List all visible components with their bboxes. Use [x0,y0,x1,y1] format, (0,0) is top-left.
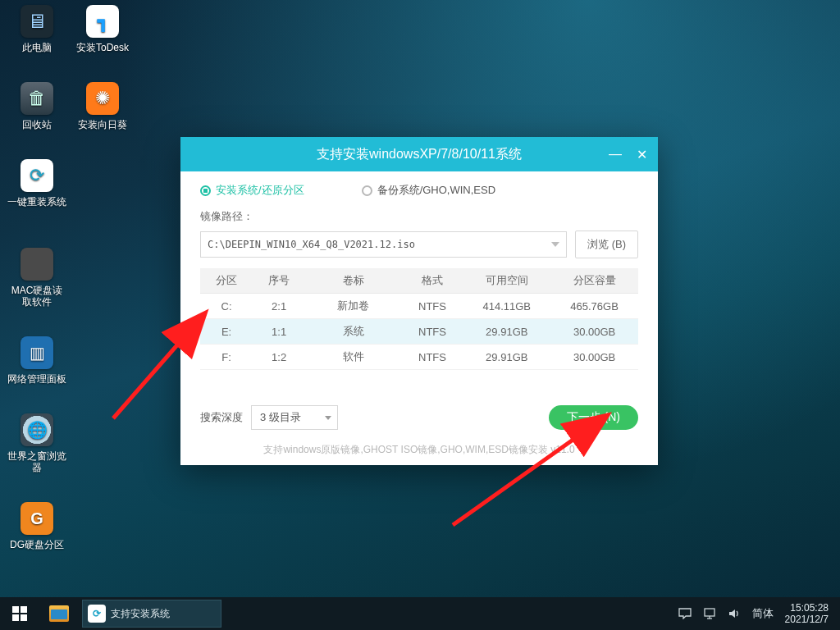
install-dialog: 支持安装windowsXP/7/8/10/11系统 ― ✕ 安装系统/还原分区 … [180,137,658,465]
start-button[interactable] [0,597,39,630]
desktop-icon-recycle-bin[interactable]: 🗑回收站 [7,82,67,130]
dialog-title: 支持安装windowsXP/7/8/10/11系统 [317,146,522,163]
action-center-icon[interactable] [678,607,692,620]
footnote: 支持windows原版镜像,GHOST ISO镜像,GHO,WIM,ESD镜像安… [200,443,638,457]
search-depth-select[interactable]: 3 级目录 [251,405,338,430]
desktop-icon-net-panel[interactable]: ▥网络管理面板 [7,336,67,385]
ime-indicator[interactable]: 简体 [752,606,774,621]
partition-table: 分区 序号 卷标 格式 可用空间 分区容量 C:2:1新加卷NTFS414.11… [200,268,638,370]
taskbar: ⟳ 支持安装系统 简体 15:05:28 2021/12/7 [0,597,840,630]
desktop-icon-this-pc[interactable]: 🖥此电脑 [7,5,67,53]
path-label: 镜像路径： [200,209,638,224]
table-row[interactable]: F:1:2软件NTFS29.91GB30.00GB [200,345,638,370]
mode-install-radio[interactable]: 安装系统/还原分区 [200,183,304,198]
svg-rect-6 [705,609,714,616]
windows-icon [12,606,27,621]
desktop-icon-browser[interactable]: 🌐世界之窗浏览器 [7,413,67,473]
table-row[interactable]: E:1:1系统NTFS29.91GB30.00GB [200,319,638,345]
taskbar-running-app[interactable]: ⟳ 支持安装系统 [82,600,221,628]
desktop: 🖥此电脑 🗑回收站 ⟳一键重装系统 MAC硬盘读取软件 ▥网络管理面板 🌐世界之… [0,0,840,630]
radio-dot-icon [362,185,372,196]
desktop-icon-reinstall[interactable]: ⟳一键重装系统 [7,159,67,208]
taskbar-explorer[interactable] [39,597,79,630]
image-path-combo[interactable]: C:\DEEPIN_WIN10_X64_Q8_V2021.12.iso [200,231,567,258]
desktop-icon-todesk[interactable]: ┓安装ToDesk [72,5,133,53]
mode-backup-radio[interactable]: 备份系统/GHO,WIN,ESD [362,183,495,198]
system-tray: 简体 15:05:28 2021/12/7 [670,602,840,625]
svg-rect-3 [21,606,27,613]
svg-rect-5 [21,614,27,621]
close-button[interactable]: ✕ [630,143,653,166]
taskbar-clock[interactable]: 15:05:28 2021/12/7 [785,602,832,625]
svg-rect-2 [12,606,19,613]
app-icon: ⟳ [88,605,106,623]
dialog-titlebar[interactable]: 支持安装windowsXP/7/8/10/11系统 ― ✕ [180,137,658,171]
depth-label: 搜索深度 [200,410,243,425]
table-row[interactable]: C:2:1新加卷NTFS414.11GB465.76GB [200,294,638,319]
volume-icon[interactable] [728,607,741,620]
radio-dot-icon [200,185,211,196]
desktop-icon-mac-disk[interactable]: MAC硬盘读取软件 [7,248,67,308]
desktop-icon-sunflower[interactable]: ✺安装向日葵 [72,82,133,130]
next-button[interactable]: 下一步 (N) [549,405,638,430]
svg-rect-4 [12,614,19,621]
network-icon[interactable] [703,607,716,620]
desktop-icon-dg[interactable]: GDG硬盘分区 [7,502,67,550]
minimize-button[interactable]: ― [604,143,627,166]
chevron-down-icon [551,242,559,247]
browse-button[interactable]: 浏览 (B) [575,231,638,258]
